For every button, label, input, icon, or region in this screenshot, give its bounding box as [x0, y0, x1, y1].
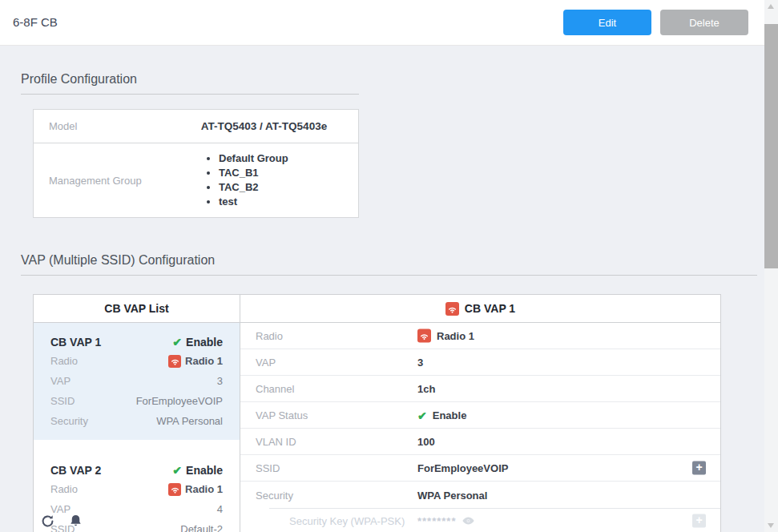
- wifi-icon: [168, 355, 181, 368]
- field-value: ForEmployeeVOIP: [136, 395, 223, 407]
- detail-value: Radio 1: [417, 329, 474, 343]
- detail-label: VAP Status: [256, 409, 308, 421]
- field-label: SSID: [50, 395, 75, 407]
- corner-tools: [40, 514, 83, 529]
- vap-item-title-row: CB VAP 1 ✔ Enable: [50, 333, 223, 351]
- eye-icon[interactable]: [462, 514, 475, 528]
- detail-value: ✔ Enable: [417, 409, 466, 421]
- table-row-management-group: Management Group Default Group TAC_B1 TA…: [34, 143, 358, 217]
- field-value: WPA Personal: [156, 415, 223, 427]
- vap-list-header: CB VAP List: [34, 295, 240, 323]
- field-value: Default-2: [180, 523, 223, 532]
- management-group-list: Default Group TAC_B1 TAC_B2 test: [203, 151, 288, 209]
- vap-configuration-card: CB VAP List CB VAP 1 ✔ Enable Radio: [33, 294, 721, 532]
- detail-row-security: Security WPA Personal: [240, 482, 720, 508]
- model-label: Model: [34, 110, 170, 143]
- detail-value: WPA Personal: [417, 489, 487, 501]
- management-group-label: Management Group: [34, 151, 170, 209]
- security-key-masked-value: ********: [417, 515, 456, 527]
- vap-status-value: Enable: [433, 409, 467, 421]
- detail-row-vap: VAP 3: [240, 349, 720, 376]
- management-group-item: TAC_B2: [219, 180, 288, 195]
- detail-label: SSID: [256, 462, 280, 474]
- management-group-values: Default Group TAC_B1 TAC_B2 test: [170, 151, 358, 209]
- field-value: Radio 1: [168, 355, 223, 368]
- vap-section-title: VAP (Multiple SSID) Configuration: [21, 253, 757, 276]
- field-label: VAP: [50, 375, 71, 387]
- field-value: 4: [217, 503, 223, 515]
- field-value: 3: [217, 375, 223, 387]
- vap-item-name: CB VAP 2: [50, 464, 101, 477]
- detail-row-vap-status: VAP Status ✔ Enable: [240, 402, 720, 429]
- detail-label: Channel: [256, 383, 294, 395]
- detail-row-ssid: SSID ForEmployeeVOIP +: [240, 455, 720, 482]
- detail-label: VAP: [256, 357, 276, 369]
- vap-item-field-vap: VAP 3: [50, 371, 223, 391]
- vap-item-status: ✔ Enable: [172, 336, 223, 349]
- radio-value: Radio 1: [437, 330, 474, 342]
- detail-row-vlan-id: VLAN ID 100: [240, 429, 720, 455]
- wifi-icon: [445, 302, 459, 316]
- detail-row-channel: Channel 1ch: [240, 376, 720, 402]
- wifi-icon: [417, 329, 431, 343]
- detail-value: 3: [417, 357, 423, 369]
- refresh-button[interactable]: [40, 514, 55, 529]
- top-header: 6-8F CB Edit Delete: [0, 0, 764, 46]
- detail-row-security-key: Security Key (WPA-PSK) ******** +: [240, 508, 720, 532]
- vap-item-field-ssid: SSID ForEmployeeVOIP: [50, 391, 223, 411]
- edit-button[interactable]: Edit: [563, 10, 651, 35]
- field-label: Radio: [50, 483, 78, 495]
- vap-list-item-1[interactable]: CB VAP 1 ✔ Enable Radio Radio 1: [34, 323, 240, 440]
- page-title: 6-8F CB: [13, 15, 58, 29]
- vap-item-status-label: Enable: [186, 336, 223, 349]
- scroll-up-icon[interactable]: [768, 4, 774, 9]
- vap-detail-header: CB VAP 1: [240, 295, 720, 323]
- vap-item-field-radio: Radio Radio 1: [50, 479, 223, 499]
- vap-detail-panel: CB VAP 1 Radio Radio 1 VAP 3 Channel 1ch: [240, 295, 720, 532]
- radio-value: Radio 1: [185, 483, 223, 495]
- model-value: AT-TQ5403 / AT-TQ5403e: [170, 110, 358, 143]
- vap-item-field-security: Security WPA Personal: [50, 411, 223, 431]
- profile-section-title: Profile Configuration: [21, 72, 359, 95]
- check-icon: ✔: [172, 465, 182, 476]
- management-group-item: Default Group: [219, 151, 288, 166]
- detail-label: Security Key (WPA-PSK): [289, 515, 405, 527]
- detail-value: ********: [417, 514, 475, 528]
- vap-item-title-row: CB VAP 2 ✔ Enable: [50, 461, 223, 479]
- delete-button[interactable]: Delete: [660, 10, 748, 35]
- notifications-bell-icon[interactable]: [68, 514, 83, 529]
- management-group-item: test: [219, 195, 288, 209]
- field-label: Security: [50, 415, 88, 427]
- radio-value: Radio 1: [185, 355, 223, 367]
- detail-value: 1ch: [417, 383, 435, 395]
- field-value: Radio 1: [168, 483, 223, 496]
- scroll-down-icon[interactable]: [768, 523, 774, 528]
- field-label: Radio: [50, 355, 78, 367]
- detail-value: ForEmployeeVOIP: [417, 462, 508, 474]
- vap-detail-title: CB VAP 1: [465, 302, 515, 315]
- check-icon: ✔: [172, 337, 182, 348]
- vap-item-field-radio: Radio Radio 1: [50, 351, 223, 371]
- wifi-icon: [168, 483, 181, 496]
- expand-security-key-button[interactable]: +: [692, 514, 706, 528]
- profile-table: Model AT-TQ5403 / AT-TQ5403e Management …: [33, 109, 359, 218]
- scrollbar-thumb[interactable]: [764, 24, 778, 268]
- check-icon: ✔: [417, 409, 427, 421]
- table-row-model: Model AT-TQ5403 / AT-TQ5403e: [34, 110, 358, 143]
- detail-label: Security: [256, 489, 293, 501]
- vap-list-panel: CB VAP List CB VAP 1 ✔ Enable Radio: [34, 295, 240, 532]
- detail-label: Radio: [256, 330, 283, 342]
- detail-label: VLAN ID: [256, 436, 296, 448]
- management-group-item: TAC_B1: [219, 166, 288, 180]
- vertical-scrollbar[interactable]: [764, 0, 778, 532]
- expand-ssid-button[interactable]: +: [692, 461, 706, 475]
- main-content: Profile Configuration Model AT-TQ5403 / …: [0, 46, 764, 532]
- vap-item-status: ✔ Enable: [172, 464, 223, 477]
- vap-item-name: CB VAP 1: [50, 336, 101, 349]
- detail-row-radio: Radio Radio 1: [240, 323, 720, 349]
- vap-item-status-label: Enable: [186, 464, 223, 477]
- detail-value: 100: [417, 436, 435, 448]
